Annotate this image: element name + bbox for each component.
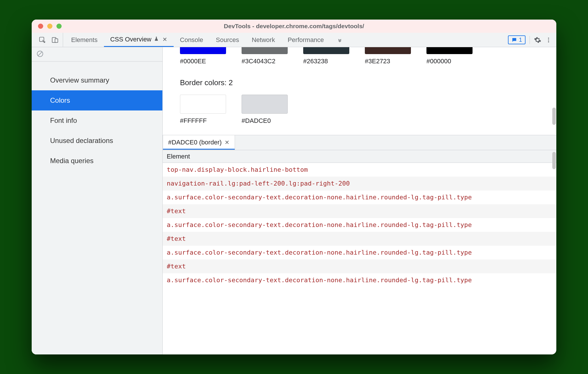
- swatch-item[interactable]: #3C4043C2: [242, 47, 288, 65]
- swatch-item[interactable]: #0000EE: [180, 47, 226, 65]
- sidebar-item-label: Overview summary: [50, 76, 109, 84]
- more-tabs-button[interactable]: [330, 33, 349, 47]
- inspect-icon[interactable]: [39, 36, 46, 44]
- tab-network[interactable]: Network: [245, 33, 281, 47]
- flask-icon: [154, 36, 159, 43]
- swatch-label: #FFFFFF: [180, 117, 207, 125]
- element-row[interactable]: a.surface.color-secondary-text.decoratio…: [163, 190, 556, 204]
- devtools-toolbar: Elements CSS Overview ✕ Console Sources …: [32, 33, 556, 47]
- svg-point-3: [548, 37, 549, 39]
- element-row[interactable]: a.surface.color-secondary-text.decoratio…: [163, 246, 556, 259]
- messages-badge[interactable]: 1: [508, 35, 526, 44]
- content: Overview summary Colors Font info Unused…: [32, 47, 556, 354]
- sidebar-item-font-info[interactable]: Font info: [32, 110, 162, 131]
- element-row[interactable]: a.surface.color-secondary-text.decoratio…: [163, 273, 556, 287]
- element-row[interactable]: a.surface.color-secondary-text.decoratio…: [163, 218, 556, 232]
- details-tab-label: #DADCE0 (border): [168, 139, 222, 146]
- swatch-label: #DADCE0: [242, 117, 271, 125]
- swatch-label: #3C4043C2: [242, 58, 275, 65]
- swatch-row-top: #0000EE #3C4043C2 #263238 #3E2723: [180, 47, 539, 65]
- tab-performance[interactable]: Performance: [281, 33, 330, 47]
- toolbar-left: [35, 33, 63, 47]
- svg-line-7: [38, 51, 42, 56]
- details-column-header: Element: [163, 150, 556, 163]
- swatch-label: #000000: [426, 58, 451, 65]
- details-panel: #DADCE0 (border) ✕ Element top-nav.displ…: [163, 135, 556, 354]
- swatch-label: #0000EE: [180, 58, 206, 65]
- swatch-item[interactable]: #DADCE0: [242, 95, 288, 125]
- scrollbar-thumb[interactable]: [552, 108, 556, 125]
- swatch-item[interactable]: #000000: [426, 47, 473, 65]
- kebab-icon[interactable]: [545, 36, 552, 44]
- sidebar-item-label: Colors: [50, 96, 70, 104]
- tab-label: Sources: [216, 36, 239, 44]
- svg-point-4: [548, 39, 549, 41]
- sidebar-item-label: Media queries: [50, 157, 94, 165]
- tab-strip: Elements CSS Overview ✕ Console Sources …: [65, 33, 506, 47]
- element-row[interactable]: #text: [163, 232, 556, 246]
- element-row[interactable]: top-nav.display-block.hairline-bottom: [163, 163, 556, 177]
- sidebar-item-overview[interactable]: Overview summary: [32, 70, 162, 90]
- color-swatch: [365, 47, 411, 54]
- devtools-window: DevTools - developer.chrome.com/tags/dev…: [32, 20, 556, 354]
- svg-rect-2: [55, 39, 58, 42]
- blocked-row: [32, 47, 162, 62]
- sidebar-item-colors[interactable]: Colors: [32, 90, 162, 110]
- close-icon[interactable]: ✕: [162, 36, 167, 43]
- window-title: DevTools - developer.chrome.com/tags/dev…: [32, 23, 556, 30]
- close-icon[interactable]: ✕: [225, 139, 229, 146]
- gear-icon[interactable]: [534, 36, 541, 44]
- color-swatch: [303, 47, 349, 54]
- color-swatch: [242, 95, 288, 114]
- details-tabbar: #DADCE0 (border) ✕: [163, 135, 556, 150]
- swatch-item[interactable]: #FFFFFF: [180, 95, 226, 125]
- device-toggle-icon[interactable]: [51, 36, 59, 44]
- sidebar-items: Overview summary Colors Font info Unused…: [32, 62, 162, 171]
- messages-count: 1: [519, 37, 522, 43]
- element-row[interactable]: #text: [163, 204, 556, 218]
- tab-elements[interactable]: Elements: [65, 33, 104, 47]
- sidebar-item-unused[interactable]: Unused declarations: [32, 131, 162, 151]
- scrollbar-thumb[interactable]: [552, 152, 556, 169]
- border-colors-title: Border colors: 2: [180, 78, 539, 87]
- tab-css-overview[interactable]: CSS Overview ✕: [104, 33, 174, 47]
- blocked-icon[interactable]: [36, 50, 44, 59]
- tab-label: CSS Overview: [110, 36, 151, 43]
- element-row[interactable]: #text: [163, 259, 556, 273]
- element-list[interactable]: top-nav.display-block.hairline-bottom na…: [163, 163, 556, 354]
- tab-console[interactable]: Console: [174, 33, 210, 47]
- titlebar: DevTools - developer.chrome.com/tags/dev…: [32, 20, 556, 33]
- sidebar-item-media-queries[interactable]: Media queries: [32, 151, 162, 171]
- sidebar: Overview summary Colors Font info Unused…: [32, 47, 163, 354]
- tab-label: Performance: [288, 36, 324, 44]
- color-swatch: [180, 47, 226, 54]
- tab-sources[interactable]: Sources: [209, 33, 245, 47]
- colors-section: #0000EE #3C4043C2 #263238 #3E2723: [163, 47, 556, 135]
- svg-point-5: [548, 41, 549, 42]
- element-row[interactable]: navigation-rail.lg:pad-left-200.lg:pad-r…: [163, 177, 556, 190]
- swatch-row-border: #FFFFFF #DADCE0: [180, 95, 539, 125]
- divider: [530, 36, 530, 44]
- color-swatch: [180, 95, 226, 114]
- main-pane: #0000EE #3C4043C2 #263238 #3E2723: [163, 47, 556, 354]
- toolbar-right: 1: [506, 33, 553, 47]
- details-tab[interactable]: #DADCE0 (border) ✕: [163, 135, 235, 150]
- color-swatch: [242, 47, 288, 54]
- swatch-item[interactable]: #263238: [303, 47, 349, 65]
- color-swatch: [426, 47, 473, 54]
- swatch-label: #3E2723: [365, 58, 390, 65]
- swatch-label: #263238: [303, 58, 328, 65]
- sidebar-item-label: Font info: [50, 117, 77, 125]
- tab-label: Console: [180, 36, 203, 44]
- swatch-item[interactable]: #3E2723: [365, 47, 411, 65]
- tab-label: Network: [252, 36, 275, 44]
- sidebar-item-label: Unused declarations: [50, 137, 113, 145]
- tab-label: Elements: [71, 36, 98, 44]
